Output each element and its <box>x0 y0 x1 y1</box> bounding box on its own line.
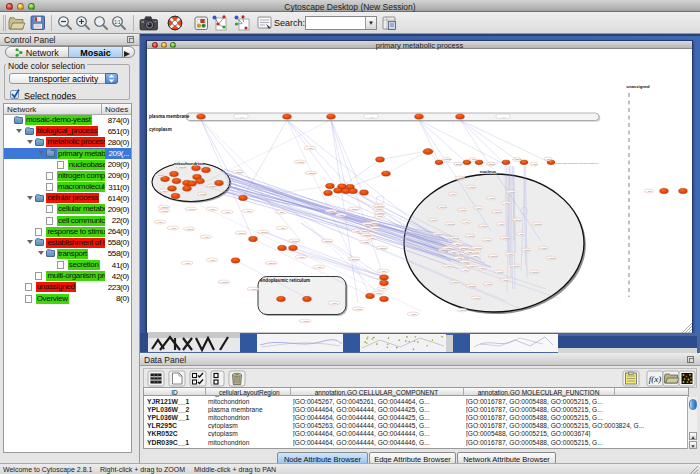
svg-text:1:1: 1:1 <box>114 20 121 25</box>
svg-text:(~xxxx): (~xxxx) <box>187 208 195 211</box>
svg-text:(~xxxx): (~xxxx) <box>433 233 441 236</box>
svg-text:(~xxxxx): (~xxxxx) <box>459 247 468 250</box>
svg-text:unassigned: unassigned <box>626 84 650 89</box>
svg-text:(~xxx): (~xxx) <box>331 302 338 305</box>
svg-text:(~xxxxx): (~xxxxx) <box>454 163 463 166</box>
svg-text:f(x): f(x) <box>649 374 662 384</box>
svg-text:(~xxx): (~xxx) <box>380 287 387 290</box>
svg-text:(~xxxx): (~xxxx) <box>456 177 464 180</box>
svg-text:intracellular-membrane-bounded: intracellular-membrane-bounded-organelle <box>555 162 599 164</box>
svg-text:(~xxxxx): (~xxxxx) <box>177 166 186 169</box>
svg-text:(~xxx): (~xxx) <box>157 221 164 224</box>
svg-text:(~xxxxx): (~xxxxx) <box>530 271 539 274</box>
svg-text:(~xxxx): (~xxxx) <box>495 271 503 274</box>
svg-text:(~xxx): (~xxx) <box>209 259 216 262</box>
svg-text:(~xxx): (~xxx) <box>203 236 210 239</box>
svg-text:(~xxx): (~xxx) <box>450 193 457 196</box>
svg-text:(~xxx): (~xxx) <box>518 233 525 236</box>
svg-text:(~xxx): (~xxx) <box>462 269 469 272</box>
svg-text:(~xxxxx): (~xxxxx) <box>237 232 246 235</box>
svg-text:(~xxxxx): (~xxxxx) <box>350 258 359 261</box>
svg-text:(~xxxxx): (~xxxxx) <box>450 237 459 240</box>
svg-text:(~xxx): (~xxx) <box>454 243 461 246</box>
svg-text:(~xxxxx): (~xxxxx) <box>259 231 268 234</box>
svg-text:(~xxx): (~xxx) <box>470 158 477 161</box>
svg-text:(~xxx): (~xxx) <box>209 208 216 211</box>
svg-text:(~xxxx): (~xxxx) <box>301 320 309 323</box>
svg-text:(~xxxx): (~xxxx) <box>484 283 492 286</box>
svg-text:(~xxxx): (~xxxx) <box>361 241 369 244</box>
svg-text:(~xxx): (~xxx) <box>475 207 482 210</box>
svg-text:(~xxx): (~xxx) <box>298 256 305 259</box>
svg-text:(~xxxxx): (~xxxxx) <box>446 223 455 226</box>
svg-text:(~xxxx): (~xxxx) <box>375 215 383 218</box>
svg-text:(~xxxx): (~xxxx) <box>374 292 382 295</box>
svg-text:(~xxxxx): (~xxxxx) <box>487 163 496 166</box>
svg-text:(~xxxxx): (~xxxxx) <box>323 240 332 243</box>
svg-text:(~xxx): (~xxx) <box>498 223 505 226</box>
svg-text:(~xxxxx): (~xxxxx) <box>489 255 498 258</box>
svg-text:(~xxxx): (~xxxx) <box>522 249 530 252</box>
svg-text:(~xxx): (~xxx) <box>170 227 177 230</box>
svg-text:(~xxx): (~xxx) <box>245 210 252 213</box>
svg-text:(~xxx): (~xxx) <box>456 257 463 260</box>
svg-text:(~xxxxx): (~xxxxx) <box>378 247 387 250</box>
svg-text:(~xxxx): (~xxxx) <box>487 197 495 200</box>
svg-text:(~xxx): (~xxx) <box>503 202 510 205</box>
svg-text:(~xxxx): (~xxxx) <box>472 297 480 300</box>
svg-text:(~xxxxx): (~xxxxx) <box>466 235 475 238</box>
svg-text:(~xxxxx): (~xxxxx) <box>350 208 359 211</box>
svg-text:(~xxx): (~xxx) <box>278 211 285 214</box>
svg-text:(~xxx): (~xxx) <box>307 147 314 150</box>
svg-text:(~xxxx): (~xxxx) <box>511 265 519 268</box>
svg-text:(~xxxxx): (~xxxxx) <box>220 281 229 284</box>
svg-text:(~xxxxx): (~xxxxx) <box>547 257 556 260</box>
svg-text:(~xxxxx): (~xxxxx) <box>185 228 194 231</box>
svg-text:(~xxx): (~xxx) <box>463 221 470 224</box>
svg-text:(~xxxx): (~xxxx) <box>479 225 487 228</box>
svg-text:(~xxxxx): (~xxxxx) <box>501 237 510 240</box>
svg-text:(~xxxxx): (~xxxxx) <box>513 158 522 161</box>
svg-text:(~xxxxx): (~xxxxx) <box>467 285 476 288</box>
svg-text:(~xxxx): (~xxxx) <box>444 247 452 250</box>
svg-text:(~xxx): (~xxx) <box>338 214 345 217</box>
svg-text:(~xxxxx): (~xxxxx) <box>160 206 169 209</box>
svg-text:(~xxxxx): (~xxxxx) <box>458 309 467 312</box>
svg-text:(~xxxxx): (~xxxxx) <box>533 223 542 226</box>
svg-text:(~xxx): (~xxx) <box>502 279 509 282</box>
svg-text:(~xxx): (~xxx) <box>545 158 552 161</box>
svg-text:(~xxx): (~xxx) <box>316 266 323 269</box>
svg-text:(~xxxx): (~xxxx) <box>461 261 469 264</box>
svg-text:(~xxxxx): (~xxxxx) <box>371 227 380 230</box>
svg-text:(~xxx): (~xxx) <box>369 237 376 240</box>
svg-text:(~xxxx): (~xxxx) <box>467 265 475 268</box>
svg-text:(~xxx): (~xxx) <box>479 267 486 270</box>
svg-text:(~xxxx): (~xxxx) <box>458 209 466 212</box>
svg-text:nucleus: nucleus <box>480 169 497 174</box>
svg-text:(~xxxxx): (~xxxxx) <box>363 223 372 226</box>
svg-text:(~xxxx): (~xxxx) <box>429 219 437 222</box>
svg-text:cytoplasm: cytoplasm <box>149 127 172 132</box>
svg-text:(~xxxxx): (~xxxxx) <box>307 172 316 175</box>
svg-text:(~xxxxx): (~xxxxx) <box>207 185 216 188</box>
svg-text:(~xxxx): (~xxxx) <box>450 281 458 284</box>
svg-text:(~xxx): (~xxx) <box>445 265 452 268</box>
svg-text:mitochondrion: mitochondrion <box>174 161 205 166</box>
svg-text:(~xxxx): (~xxxx) <box>156 174 164 177</box>
svg-text:(~xxx): (~xxx) <box>450 251 457 254</box>
svg-text:(~xxx): (~xxx) <box>500 116 507 119</box>
svg-text:(~xxxx): (~xxxx) <box>296 161 304 164</box>
svg-text:(~xxxx): (~xxxx) <box>467 186 475 189</box>
svg-text:(~xxx): (~xxx) <box>466 251 473 254</box>
svg-text:(~xxx): (~xxx) <box>224 211 231 214</box>
svg-text:(~xxx): (~xxx) <box>457 253 464 256</box>
svg-text:(~xxxxx): (~xxxxx) <box>493 211 502 214</box>
svg-text:(~xxxxx): (~xxxxx) <box>234 171 243 174</box>
svg-text:(~xxxx): (~xxxx) <box>249 288 257 291</box>
svg-text:(~xxxxx): (~xxxxx) <box>473 247 482 250</box>
svg-text:(~xxxx): (~xxxx) <box>198 193 206 196</box>
svg-text:(~xxx): (~xxx) <box>472 255 479 258</box>
svg-text:(~xxx): (~xxx) <box>368 116 375 119</box>
svg-text:(~xxxx): (~xxxx) <box>507 191 515 194</box>
svg-text:(~xxx): (~xxx) <box>410 313 417 316</box>
